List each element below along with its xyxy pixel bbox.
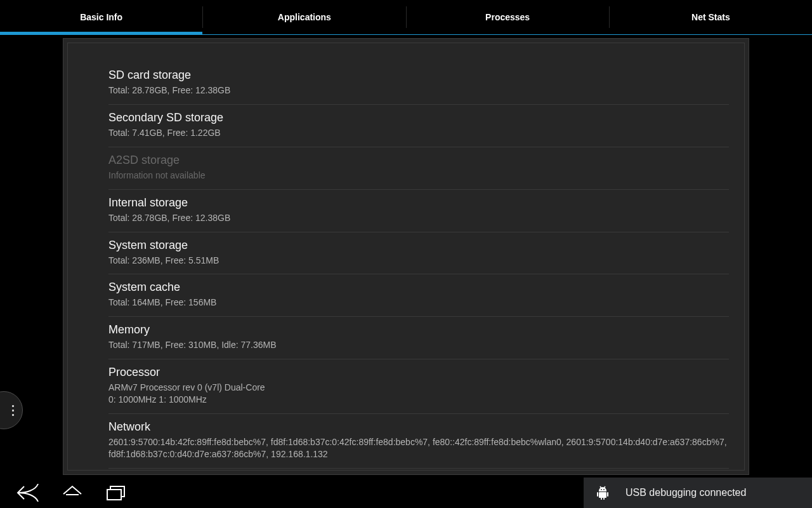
svg-rect-2 <box>597 492 598 497</box>
home-button[interactable] <box>60 483 85 503</box>
svg-line-7 <box>605 486 606 488</box>
tab-bar: Basic Info Applications Processes Net St… <box>0 0 812 35</box>
list-item-network[interactable]: Network 2601:9:5700:14b:42fc:89ff:fe8d:b… <box>108 414 729 469</box>
tab-net-stats[interactable]: Net Stats <box>610 0 812 34</box>
svg-line-6 <box>600 486 601 488</box>
item-title: Secondary SD storage <box>108 111 729 124</box>
svg-rect-3 <box>607 492 608 497</box>
item-title: Network <box>108 420 729 434</box>
svg-rect-0 <box>107 490 121 500</box>
item-subtitle: Total: 236MB, Free: 5.51MB <box>108 255 729 267</box>
recent-apps-icon <box>105 484 128 502</box>
svg-rect-4 <box>601 498 602 500</box>
info-list[interactable]: SD card storage Total: 28.78GB, Free: 12… <box>68 43 744 470</box>
item-title: SD card storage <box>108 69 729 82</box>
side-handle[interactable] <box>0 391 23 429</box>
item-subtitle: Total: 7.41GB, Free: 1.22GB <box>108 127 729 139</box>
item-subtitle: ARMv7 Processor rev 0 (v7l) Dual-Core 0:… <box>108 382 729 406</box>
svg-rect-1 <box>599 492 606 498</box>
svg-point-8 <box>601 489 602 490</box>
android-icon <box>595 486 610 500</box>
svg-rect-5 <box>603 498 605 500</box>
home-icon <box>61 484 84 502</box>
item-title: Processor <box>108 366 729 379</box>
item-subtitle: Information not available <box>108 170 729 182</box>
item-subtitle: Total: 164MB, Free: 156MB <box>108 297 729 309</box>
item-subtitle: Total: 717MB, Free: 310MB, Idle: 77.36MB <box>108 339 729 351</box>
item-subtitle: 2601:9:5700:14b:42fc:89ff:fe8d:bebc%7, f… <box>108 436 729 460</box>
list-item-memory[interactable]: Memory Total: 717MB, Free: 310MB, Idle: … <box>108 317 729 359</box>
item-subtitle: Total: 28.78GB, Free: 12.38GB <box>108 212 729 224</box>
notification-text: USB debugging connected <box>625 487 746 498</box>
tab-basic-info[interactable]: Basic Info <box>0 0 202 34</box>
list-item-a2sd-storage: A2SD storage Information not available <box>108 147 729 190</box>
list-item-internal-storage[interactable]: Internal storage Total: 28.78GB, Free: 1… <box>108 190 729 232</box>
list-item-system-cache[interactable]: System cache Total: 164MB, Free: 156MB <box>108 274 729 317</box>
drag-handle-icon <box>12 405 14 416</box>
tab-applications[interactable]: Applications <box>203 0 405 34</box>
svg-point-9 <box>603 489 605 490</box>
list-item-battery[interactable]: Battery <box>108 469 729 470</box>
item-title: A2SD storage <box>108 154 729 167</box>
list-item-system-storage[interactable]: System storage Total: 236MB, Free: 5.51M… <box>108 232 729 275</box>
back-button[interactable] <box>15 483 41 503</box>
item-subtitle: Total: 28.78GB, Free: 12.38GB <box>108 84 729 97</box>
info-panel: SD card storage Total: 28.78GB, Free: 12… <box>63 38 749 475</box>
item-title: Memory <box>108 323 729 337</box>
item-title: System cache <box>108 281 729 294</box>
list-item-processor[interactable]: Processor ARMv7 Processor rev 0 (v7l) Du… <box>108 359 729 414</box>
list-item-sd-card-storage[interactable]: SD card storage Total: 28.78GB, Free: 12… <box>108 62 729 105</box>
item-title: Internal storage <box>108 196 729 210</box>
status-notification[interactable]: USB debugging connected <box>584 478 812 508</box>
navigation-bar: USB debugging connected <box>0 478 812 508</box>
back-icon <box>16 484 39 502</box>
info-panel-inner: SD card storage Total: 28.78GB, Free: 12… <box>67 43 745 471</box>
tab-processes[interactable]: Processes <box>407 0 609 34</box>
item-title: System storage <box>108 239 729 252</box>
recent-apps-button[interactable] <box>104 483 129 503</box>
list-item-secondary-sd-storage[interactable]: Secondary SD storage Total: 7.41GB, Free… <box>108 105 729 147</box>
